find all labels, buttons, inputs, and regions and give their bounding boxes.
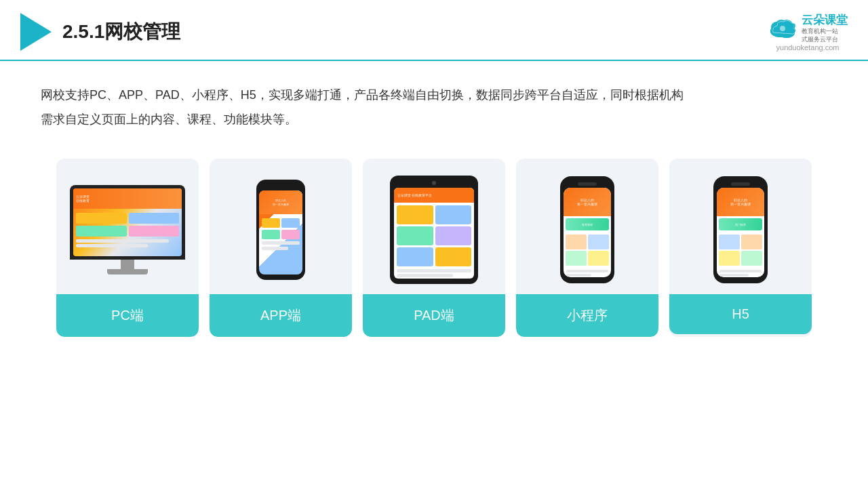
cloud-icon — [768, 18, 797, 38]
brand-url: yunduoketang.com — [776, 43, 840, 52]
h5-phone-icon: 职达人的第一堂兴趣课 热门推荐 — [713, 176, 768, 283]
card-pc-image: 云朵课堂在线教育 — [56, 159, 199, 294]
brand-logo: 云朵课堂 教育机构一站式服务云平台 — [768, 12, 848, 43]
card-miniprogram: 职达人的第一堂兴趣课 推荐课程 小程序 — [516, 159, 658, 337]
svg-point-7 — [780, 26, 785, 31]
description-text: 网校支持PC、APP、PAD、小程序、H5，实现多端打通，产品各终端自由切换，数… — [41, 83, 827, 131]
description: 网校支持PC、APP、PAD、小程序、H5，实现多端打通，产品各终端自由切换，数… — [0, 61, 868, 145]
card-pc-label: PC端 — [56, 294, 199, 337]
page-title: 2.5.1网校管理 — [62, 19, 180, 45]
pad-tablet-icon: 云朵课堂 在线教育平台 — [390, 176, 478, 284]
card-miniprogram-image: 职达人的第一堂兴趣课 推荐课程 — [516, 159, 658, 294]
card-h5-image: 职达人的第一堂兴趣课 热门推荐 — [669, 159, 812, 294]
card-h5: 职达人的第一堂兴趣课 热门推荐 H5 — [669, 159, 812, 337]
header: 2.5.1网校管理 云朵课堂 教育机构一站式服务云平台 yunduoket — [0, 0, 868, 61]
card-app-label: APP端 — [210, 294, 352, 337]
card-miniprogram-label: 小程序 — [516, 294, 658, 337]
card-app-image: 职达人的第一堂兴趣课 — [210, 159, 352, 294]
miniprogram-phone-icon: 职达人的第一堂兴趣课 推荐课程 — [560, 176, 614, 283]
card-h5-label: H5 — [669, 294, 812, 334]
header-left: 2.5.1网校管理 — [20, 13, 180, 51]
brand-name: 云朵课堂 教育机构一站式服务云平台 — [802, 12, 848, 43]
card-pad-label: PAD端 — [363, 294, 505, 337]
logo-icon — [20, 13, 52, 51]
card-pc: 云朵课堂在线教育 — [56, 159, 199, 337]
card-app: 职达人的第一堂兴趣课 — [210, 159, 352, 337]
brand-tagline: 教育机构一站式服务云平台 — [802, 28, 848, 43]
card-pad: 云朵课堂 在线教育平台 PAD端 — [363, 159, 505, 337]
header-right: 云朵课堂 教育机构一站式服务云平台 yunduoketang.com — [768, 12, 848, 52]
card-pad-image: 云朵课堂 在线教育平台 — [363, 159, 505, 294]
cards-container: 云朵课堂在线教育 — [0, 145, 868, 350]
pc-monitor-icon: 云朵课堂在线教育 — [70, 185, 185, 274]
app-phone-icon: 职达人的第一堂兴趣课 — [256, 180, 305, 280]
